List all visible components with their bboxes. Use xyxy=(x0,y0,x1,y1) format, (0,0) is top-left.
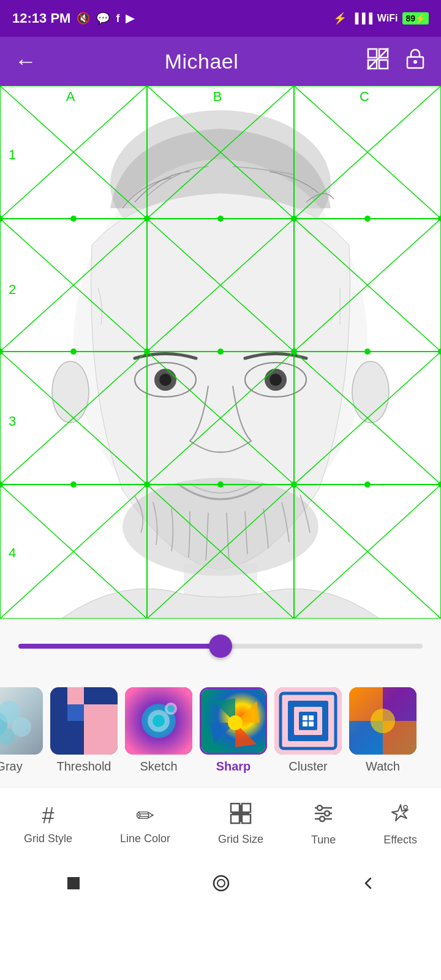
system-nav xyxy=(0,861,441,910)
svg-point-129 xyxy=(217,880,225,887)
grid-toggle-icon[interactable] xyxy=(366,47,390,75)
svg-point-128 xyxy=(214,876,228,891)
signal-icon: ▐▐▐ xyxy=(352,13,372,24)
back-system-button[interactable] xyxy=(360,875,377,896)
svg-text:4: 4 xyxy=(9,545,16,560)
nav-item-grid-style[interactable]: # Grid Style xyxy=(24,803,72,845)
wifi-icon: WiFi xyxy=(377,13,398,24)
home-button[interactable] xyxy=(211,873,231,897)
svg-point-76 xyxy=(217,349,224,355)
svg-point-126 xyxy=(404,805,407,809)
svg-point-113 xyxy=(371,709,395,733)
effect-label-watch: Watch xyxy=(366,760,400,774)
svg-rect-117 xyxy=(242,815,251,823)
page-title: Michael xyxy=(165,50,239,74)
svg-point-123 xyxy=(317,805,322,810)
effect-thumb-sharp xyxy=(200,687,267,755)
youtube-icon: ▶ xyxy=(126,12,134,25)
bluetooth-icon: ⚡ xyxy=(333,12,347,25)
svg-text:3: 3 xyxy=(9,413,16,429)
effect-item-gray[interactable]: Gray xyxy=(0,687,43,774)
message-icon: 💬 xyxy=(96,12,110,25)
svg-text:1: 1 xyxy=(9,147,16,162)
effect-item-sharp[interactable]: Sharp xyxy=(200,687,267,774)
svg-point-61 xyxy=(144,216,150,222)
svg-point-70 xyxy=(291,481,297,488)
svg-line-4 xyxy=(368,48,388,69)
slider-fill xyxy=(18,644,221,649)
effect-thumb-cluster xyxy=(274,687,342,755)
nav-item-tune[interactable]: Tune xyxy=(311,802,336,846)
effect-item-threshold[interactable]: Threshold xyxy=(50,687,118,774)
svg-point-80 xyxy=(364,481,371,488)
effect-label-threshold: Threshold xyxy=(57,760,111,774)
svg-text:C: C xyxy=(360,89,369,104)
svg-point-66 xyxy=(291,349,297,355)
svg-point-62 xyxy=(291,216,297,222)
canvas-area: A B C 1 2 3 4 xyxy=(0,86,441,619)
effect-label-sketch: Sketch xyxy=(140,760,177,774)
svg-rect-0 xyxy=(368,49,377,58)
toolbar: ← Michael xyxy=(0,37,441,86)
svg-rect-87 xyxy=(50,721,84,755)
nav-item-effects[interactable]: Effects xyxy=(383,802,417,846)
back-button[interactable]: ← xyxy=(15,48,37,74)
facebook-icon: f xyxy=(116,12,119,25)
line-color-icon: ✏ xyxy=(136,803,154,829)
slider-section xyxy=(0,619,441,674)
grid-size-icon xyxy=(230,802,252,829)
svg-point-75 xyxy=(70,349,77,355)
svg-rect-3 xyxy=(379,60,388,69)
effect-thumb-threshold xyxy=(50,687,118,755)
svg-rect-106 xyxy=(303,722,307,726)
svg-rect-127 xyxy=(67,877,80,889)
svg-point-74 xyxy=(364,216,371,222)
svg-text:B: B xyxy=(213,89,222,104)
stop-button[interactable] xyxy=(64,874,83,897)
svg-rect-107 xyxy=(309,722,314,726)
svg-rect-90 xyxy=(67,704,84,721)
svg-rect-103 xyxy=(299,712,317,730)
effect-thumb-gray xyxy=(0,687,43,755)
svg-point-98 xyxy=(228,715,243,730)
svg-point-6 xyxy=(413,60,417,64)
battery-icon: 89⚡ xyxy=(402,12,429,24)
nav-item-line-color[interactable]: ✏ Line Color xyxy=(120,803,170,845)
effect-thumb-watch xyxy=(349,687,417,755)
status-right: ⚡ ▐▐▐ WiFi 89⚡ xyxy=(333,12,429,25)
slider-track[interactable] xyxy=(18,644,423,649)
nav-item-grid-size[interactable]: Grid Size xyxy=(218,802,263,846)
grid-style-icon: # xyxy=(42,803,54,829)
svg-point-94 xyxy=(153,715,165,727)
status-bar: 12:13 PM 🔇 💬 f ▶ ⚡ ▐▐▐ WiFi 89⚡ xyxy=(0,0,441,37)
svg-rect-114 xyxy=(231,804,239,812)
mute-icon: 🔇 xyxy=(77,12,90,25)
nav-label-tune: Tune xyxy=(311,834,336,846)
svg-rect-115 xyxy=(242,804,251,812)
svg-rect-116 xyxy=(231,815,239,823)
svg-rect-88 xyxy=(50,687,67,721)
svg-point-72 xyxy=(70,216,77,222)
nav-label-line-color: Line Color xyxy=(120,832,170,845)
svg-text:A: A xyxy=(66,89,75,104)
lock-icon[interactable] xyxy=(404,47,426,75)
effect-item-sketch[interactable]: Sketch xyxy=(125,687,192,774)
effect-thumb-sketch xyxy=(125,687,192,755)
nav-label-grid-style: Grid Style xyxy=(24,832,72,845)
svg-rect-104 xyxy=(303,715,307,720)
bottom-nav: # Grid Style ✏ Line Color Grid Size xyxy=(0,787,441,861)
svg-point-65 xyxy=(144,349,150,355)
svg-point-96 xyxy=(167,705,175,712)
status-left: 12:13 PM 🔇 💬 f ▶ xyxy=(12,10,134,26)
slider-thumb[interactable] xyxy=(209,635,232,658)
svg-point-124 xyxy=(325,811,330,816)
effects-carousel: Gray Threshold xyxy=(0,674,441,787)
svg-rect-105 xyxy=(309,715,314,720)
effect-item-cluster[interactable]: Cluster xyxy=(274,687,342,774)
svg-text:2: 2 xyxy=(9,282,16,297)
effect-item-watch[interactable]: Watch xyxy=(349,687,417,774)
nav-label-grid-size: Grid Size xyxy=(218,833,263,846)
svg-point-77 xyxy=(364,349,371,355)
tune-icon xyxy=(312,802,334,830)
svg-point-69 xyxy=(144,481,150,488)
